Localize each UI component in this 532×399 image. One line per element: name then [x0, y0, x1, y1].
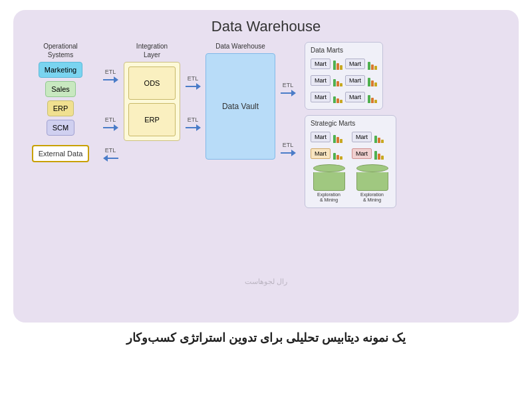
diagram-title: Data Warehouse	[24, 18, 508, 35]
sbar-3	[340, 139, 342, 143]
mart-row-1a: Mart	[311, 58, 342, 70]
sbar-12	[381, 156, 384, 160]
etl-label-ext: ETL	[105, 147, 116, 154]
cylinder-top-2	[356, 164, 388, 172]
watermark: رال لجوهاست	[245, 277, 287, 286]
connector-dw-to-marts: ETL ETL	[275, 42, 301, 156]
arrow-ext	[103, 155, 118, 162]
sbar-1	[333, 135, 336, 143]
etl-ext-group: ETL	[103, 147, 118, 162]
sbar-10	[374, 151, 377, 160]
integration-layer-column: IntegrationLayer ODS ERP	[124, 42, 180, 141]
marts-column: Data Marts Mart Mart	[301, 42, 508, 208]
sbar-6	[381, 140, 384, 143]
sales-box: Sales	[45, 81, 76, 97]
sbar-4	[374, 136, 377, 143]
connector-op-to-il: ETL ETL ETL	[97, 42, 124, 162]
bar-1	[333, 61, 336, 70]
sbar-2	[336, 137, 339, 143]
etl-il-label-2: ETL	[188, 116, 199, 123]
etl-dw-1: ETL	[281, 82, 296, 96]
bar-11	[371, 80, 374, 86]
mart-box-1b: Mart	[345, 59, 365, 69]
bar-4	[368, 62, 370, 70]
s-mart-box-2b: Mart	[352, 148, 372, 159]
s-mart-row-1a: Mart	[311, 131, 349, 143]
etl-label-2: ETL	[105, 116, 116, 123]
arrow-dw-2	[281, 150, 296, 156]
mart-row-1b: Mart	[345, 58, 377, 70]
etl-il-top: ETL	[186, 75, 201, 90]
mart-row-3a: Mart	[311, 91, 342, 103]
mart-bars-1a	[333, 58, 342, 70]
arrow-il-1	[186, 83, 201, 90]
data-marts-title: Data Marts	[311, 47, 377, 54]
cylinder-body-2	[356, 172, 388, 191]
s-mart-bars-2a	[333, 148, 342, 160]
mart-bars-1b	[368, 58, 377, 70]
data-marts-grid: Mart Mart	[311, 58, 377, 105]
cylinder-body-1	[313, 172, 345, 191]
data-marts-group: Data Marts Mart Mart	[305, 42, 383, 110]
s-mart-box-2a: Mart	[311, 148, 331, 159]
connector-il-to-dw: ETL ETL	[180, 42, 205, 131]
bar-18	[374, 100, 377, 103]
bar-9	[340, 83, 342, 86]
arrow-2	[103, 124, 118, 131]
mart-row-2b: Mart	[345, 74, 377, 86]
mart-box-1a: Mart	[311, 59, 331, 69]
op-systems-column: OperationalSystems Marketing Sales ERP S…	[24, 42, 97, 162]
bar-2	[336, 63, 339, 70]
s-mart-bars-1b	[374, 131, 384, 143]
scm-box: SCM	[47, 120, 74, 136]
arrow-dw-1	[281, 90, 296, 96]
dw-section-label: Data Warehouse	[215, 42, 265, 51]
erp-il-box: ERP	[128, 103, 176, 136]
s-mart-box-1a: Mart	[311, 132, 331, 142]
bar-6	[374, 66, 377, 70]
mart-bars-3b	[368, 91, 377, 103]
etl-top-group: ETL	[103, 68, 118, 83]
bar-7	[333, 79, 336, 86]
etl-dw-2: ETL	[281, 142, 296, 156]
bar-15	[340, 100, 342, 103]
etl-il-bottom: ETL	[186, 116, 201, 131]
op-systems-label: OperationalSystems	[43, 42, 78, 59]
mart-row-2a: Mart	[311, 74, 342, 86]
strategic-marts-group: Strategic Marts Mart Mart	[305, 115, 396, 208]
s-mart-row-2b: Mart	[352, 148, 390, 160]
marketing-box: Marketing	[39, 62, 82, 78]
sbar-7	[333, 153, 336, 160]
strategic-marts-title: Strategic Marts	[311, 120, 390, 127]
s-mart-row-2a: Mart	[311, 148, 349, 160]
sbar-5	[378, 138, 380, 143]
diagram-container: Data Warehouse OperationalSystems Market…	[13, 10, 519, 323]
bar-17	[371, 98, 374, 103]
mart-box-3b: Mart	[345, 92, 365, 102]
mart-box-3a: Mart	[311, 92, 331, 102]
bar-10	[368, 78, 370, 86]
cylinder-2: Exploration& Mining	[354, 164, 390, 203]
mart-row-3b: Mart	[345, 91, 377, 103]
ods-box: ODS	[128, 66, 176, 100]
bar-3	[340, 65, 342, 70]
mart-box-2a: Mart	[311, 75, 331, 86]
s-mart-box-1b: Mart	[352, 132, 372, 142]
bar-5	[371, 65, 374, 70]
mart-bars-3a	[333, 91, 342, 103]
cylinder-top-1	[313, 164, 345, 172]
etl-label-1: ETL	[105, 68, 116, 75]
sbar-9	[340, 156, 342, 160]
mart-box-2b: Mart	[345, 75, 365, 86]
sbar-11	[378, 154, 380, 160]
etl-bottom-group: ETL	[103, 116, 118, 131]
s-mart-bars-2b	[374, 148, 384, 160]
external-data-box: External Data	[32, 145, 90, 162]
bar-16	[368, 95, 370, 103]
s-mart-bars-1a	[333, 131, 342, 143]
bar-12	[374, 82, 377, 86]
etl-dw-label-1: ETL	[283, 82, 294, 88]
data-vault-box: Data Vault	[205, 53, 275, 160]
cylinder-label-2: Exploration& Mining	[360, 192, 384, 203]
bar-8	[336, 81, 339, 86]
